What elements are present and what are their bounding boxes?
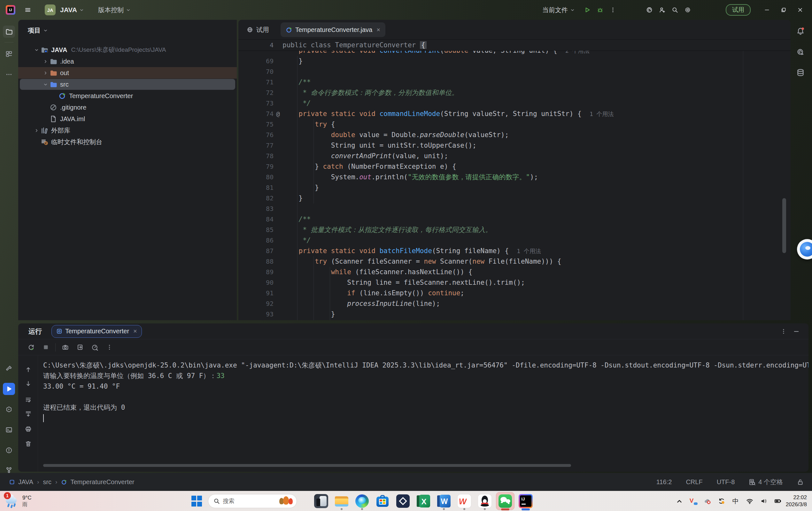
code-line-71[interactable]: 71 /** (238, 77, 791, 88)
tree-row-out[interactable]: out (18, 67, 237, 79)
code-line-72[interactable]: 72 * 命令行参数模式：两个参数，分别为数值和单位。 (238, 88, 791, 98)
tray-volume-icon[interactable] (759, 496, 768, 506)
code-line-70[interactable]: 70 (238, 66, 791, 77)
database-toolwindow-icon[interactable] (796, 68, 806, 78)
weather-widget[interactable]: 1 9°C 雨 (4, 493, 32, 509)
code-line-76[interactable]: 76 double value = Double.parseDouble(val… (238, 130, 791, 140)
chevron-right-icon[interactable] (41, 70, 50, 76)
tree-row-src[interactable]: src (18, 79, 237, 90)
line-number[interactable]: 73 (238, 98, 273, 109)
snapshot-button[interactable] (60, 342, 70, 352)
code-line-79[interactable]: 79 } catch (NumberFormatException e) { (238, 161, 791, 172)
chevron-down-icon[interactable] (32, 48, 40, 52)
line-number[interactable]: 92 (238, 299, 273, 309)
print-icon[interactable] (23, 424, 33, 434)
line-number[interactable]: 77 (238, 140, 273, 151)
tray-sync-icon[interactable] (717, 496, 726, 506)
code-line-87[interactable]: 87 private static void batchFileMode(Str… (238, 246, 791, 256)
tray-wps-cloud-icon[interactable]: V (689, 496, 698, 506)
taskbar-app-file-explorer[interactable] (331, 491, 352, 511)
project-panel-header[interactable]: 项目 (28, 26, 48, 35)
taskbar-app-wps[interactable]: W (454, 491, 474, 511)
hide-panel-icon[interactable] (793, 328, 800, 335)
code-line-85[interactable]: 85 * 批量文件模式：从指定文件逐行读取，每行格式同交互输入。 (238, 225, 791, 235)
problems-toolwindow-icon[interactable] (3, 444, 15, 456)
next-occurrence-icon[interactable] (23, 378, 33, 389)
taskbar-app-qq[interactable] (474, 491, 495, 511)
maximize-button[interactable] (776, 3, 791, 16)
line-number[interactable]: 4 (238, 40, 273, 51)
run-configuration-selector[interactable]: 当前文件 (542, 6, 575, 15)
taskbar-app-phone-link[interactable] (311, 491, 331, 511)
line-number[interactable]: 87 (238, 246, 273, 256)
breadcrumb[interactable]: JAVA › src › TemperatureConverter (9, 478, 134, 486)
line-number[interactable]: 89 (238, 267, 273, 277)
code-line-73[interactable]: 73 */ (238, 98, 791, 109)
more-options-icon[interactable] (780, 328, 787, 335)
line-number[interactable]: 79 (238, 161, 273, 172)
structure-toolwindow-icon[interactable] (3, 48, 15, 60)
debug-button[interactable] (595, 4, 606, 15)
code-line-90[interactable]: 90 String line = fileScanner.nextLine().… (238, 277, 791, 288)
line-number[interactable]: 75 (238, 119, 273, 130)
code-line-89[interactable]: 89 while (fileScanner.hasNextLine()) { (238, 267, 791, 277)
code-line-92[interactable]: 92 processInputLine(line); (238, 299, 791, 309)
chevron-right-icon[interactable] (41, 59, 50, 64)
stop-button[interactable] (40, 342, 51, 352)
taskbar-clock[interactable]: 22:02 2026/3/8 (786, 494, 807, 508)
code-line-80[interactable]: 80 System.out.println("无效的数值参数，请提供正确的数字。… (238, 172, 791, 182)
notifications-bell-icon[interactable] (796, 27, 806, 36)
tree-row--gitignore[interactable]: .gitignore (18, 102, 237, 113)
caret-position[interactable]: 116:2 (656, 478, 672, 486)
build-toolwindow-icon[interactable] (3, 362, 15, 374)
code-line-81[interactable]: 81 } (238, 182, 791, 193)
line-number[interactable]: 71 (238, 77, 273, 88)
project-toolwindow-icon[interactable] (3, 26, 15, 38)
annotation-gutter-icon[interactable]: @ (273, 109, 283, 119)
taskbar-app-word[interactable]: W (434, 491, 454, 511)
console-line[interactable]: 进程已结束，退出代码为 0 (43, 402, 809, 413)
close-button[interactable] (793, 3, 808, 16)
tree-row-temperatureconverter[interactable]: TemperatureConverter (18, 90, 237, 102)
main-menu-icon[interactable] (22, 4, 33, 15)
taskbar-app-intellij-idea[interactable]: IJ (516, 491, 536, 511)
tray-onedrive-error-icon[interactable] (703, 496, 712, 506)
line-number[interactable]: 86 (238, 235, 273, 246)
line-number[interactable]: 76 (238, 130, 273, 140)
run-button[interactable] (582, 4, 593, 15)
close-icon[interactable]: × (133, 328, 137, 335)
code-line-69[interactable]: 69 } (238, 56, 791, 66)
code-line-86[interactable]: 86 */ (238, 235, 791, 246)
code-line-74[interactable]: 74@ private static void commandLineMode(… (238, 109, 791, 119)
line-number[interactable]: 82 (238, 193, 273, 204)
line-number[interactable]: 81 (238, 182, 273, 193)
tree-row-java[interactable]: JAVAC:\Users\朱彦硕\IdeaProjects\JAVA (18, 44, 237, 56)
taskbar-app-microsoft-store[interactable] (372, 491, 393, 511)
chevron-down-icon[interactable] (41, 82, 50, 87)
taskbar-search[interactable]: 搜索 (208, 494, 297, 508)
prev-occurrence-icon[interactable] (23, 364, 33, 374)
line-number[interactable]: 74 (238, 109, 273, 119)
trial-badge[interactable]: 试用 (726, 4, 751, 16)
indent-setting[interactable]: 4 个空格 (749, 478, 783, 486)
code-line-4[interactable]: 4public class TemperatureConverter { (238, 40, 427, 51)
taskbar-app-excel[interactable]: X (413, 491, 434, 511)
line-number[interactable]: 80 (238, 172, 273, 182)
line-number[interactable]: 70 (238, 66, 273, 77)
line-ending[interactable]: CRLF (686, 478, 702, 486)
code-line-78[interactable]: 78 convertAndPrint(value, unit); (238, 151, 791, 161)
rerun-button[interactable] (26, 342, 36, 352)
line-number[interactable]: 84 (238, 214, 273, 225)
more-toolwindows-icon[interactable] (3, 68, 15, 81)
code-line-88[interactable]: 88 try (Scanner fileScanner = new Scanne… (238, 256, 791, 267)
chevron-right-icon[interactable] (32, 128, 40, 133)
start-button[interactable] (192, 496, 202, 507)
taskbar-app-dark-diamond-app[interactable] (393, 491, 413, 511)
minimize-button[interactable] (760, 3, 774, 16)
taskbar-app-wechat[interactable] (495, 491, 516, 511)
code-line-83[interactable]: 83 (238, 204, 791, 214)
line-number[interactable]: 78 (238, 151, 273, 161)
settings-gear-icon[interactable] (682, 4, 693, 15)
services-toolwindow-icon[interactable] (3, 403, 15, 416)
code-lines[interactable]: private static void convertAndPrint(doub… (238, 46, 791, 319)
